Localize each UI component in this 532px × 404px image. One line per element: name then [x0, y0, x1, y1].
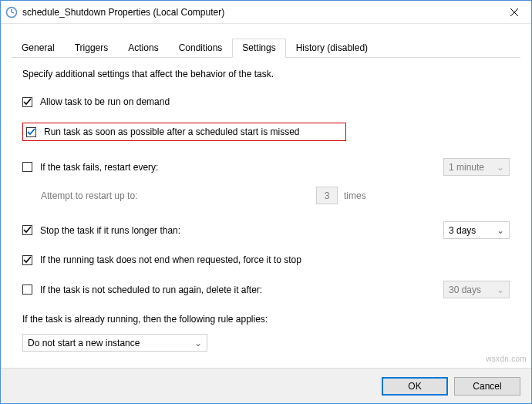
combo-stop-longer[interactable]: 3 days ⌄	[443, 221, 510, 239]
tab-actions[interactable]: Actions	[118, 39, 168, 58]
label-allow-on-demand: Allow task to be run on demand	[40, 96, 170, 107]
label-run-asap: Run task as soon as possible after a sch…	[44, 126, 300, 137]
checkbox-delete-after[interactable]	[22, 284, 32, 295]
label-force-stop: If the running task does not end when re…	[40, 254, 301, 265]
window-title: schedule_Shutdown Properties (Local Comp…	[22, 7, 497, 18]
settings-panel: Specify additional settings that affect …	[12, 58, 520, 359]
tab-settings[interactable]: Settings	[232, 39, 285, 58]
tab-general[interactable]: General	[12, 39, 65, 58]
chevron-down-icon: ⌄	[489, 162, 504, 173]
chevron-down-icon: ⌄	[489, 284, 504, 295]
ok-button[interactable]: OK	[382, 377, 448, 396]
label-attempt-restart: Attempt to restart up to:	[41, 190, 316, 201]
button-bar: OK Cancel	[1, 368, 531, 403]
checkbox-force-stop[interactable]	[22, 255, 32, 265]
chevron-down-icon: ⌄	[187, 338, 202, 348]
tab-triggers[interactable]: Triggers	[65, 39, 119, 58]
label-times: times	[344, 190, 366, 201]
input-attempt-count: 3	[316, 187, 338, 204]
combo-restart-interval: 1 minute ⌄	[443, 158, 510, 176]
checkbox-stop-longer[interactable]	[22, 225, 32, 235]
label-stop-longer: Stop the task if it runs longer than:	[40, 225, 333, 236]
tabs: General Triggers Actions Conditions Sett…	[12, 38, 520, 58]
checkbox-run-asap[interactable]	[26, 127, 36, 137]
close-button[interactable]	[497, 1, 531, 24]
combo-running-rule[interactable]: Do not start a new instance ⌄	[22, 334, 207, 352]
combo-restart-interval-value: 1 minute	[449, 162, 484, 173]
tab-history[interactable]: History (disabled)	[286, 39, 378, 58]
cancel-button[interactable]: Cancel	[454, 377, 520, 396]
label-restart-fail: If the task fails, restart every:	[40, 162, 333, 173]
scheduler-icon	[5, 6, 18, 19]
combo-stop-longer-value: 3 days	[449, 225, 476, 236]
checkbox-restart-fail[interactable]	[22, 162, 32, 172]
combo-delete-after-value: 30 days	[449, 284, 481, 295]
chevron-down-icon: ⌄	[489, 225, 504, 236]
titlebar: schedule_Shutdown Properties (Local Comp…	[1, 1, 531, 24]
highlight-run-asap: Run task as soon as possible after a sch…	[22, 123, 346, 141]
tab-conditions[interactable]: Conditions	[169, 39, 233, 58]
label-delete-after: If the task is not scheduled to run agai…	[40, 284, 379, 295]
checkbox-allow-on-demand[interactable]	[22, 97, 32, 107]
combo-running-rule-value: Do not start a new instance	[28, 338, 140, 348]
watermark: wsxdn.com	[486, 355, 527, 363]
label-running-rule: If the task is already running, then the…	[22, 314, 268, 325]
settings-description: Specify additional settings that affect …	[22, 69, 510, 79]
close-icon	[510, 8, 518, 16]
combo-delete-after: 30 days ⌄	[443, 281, 510, 298]
